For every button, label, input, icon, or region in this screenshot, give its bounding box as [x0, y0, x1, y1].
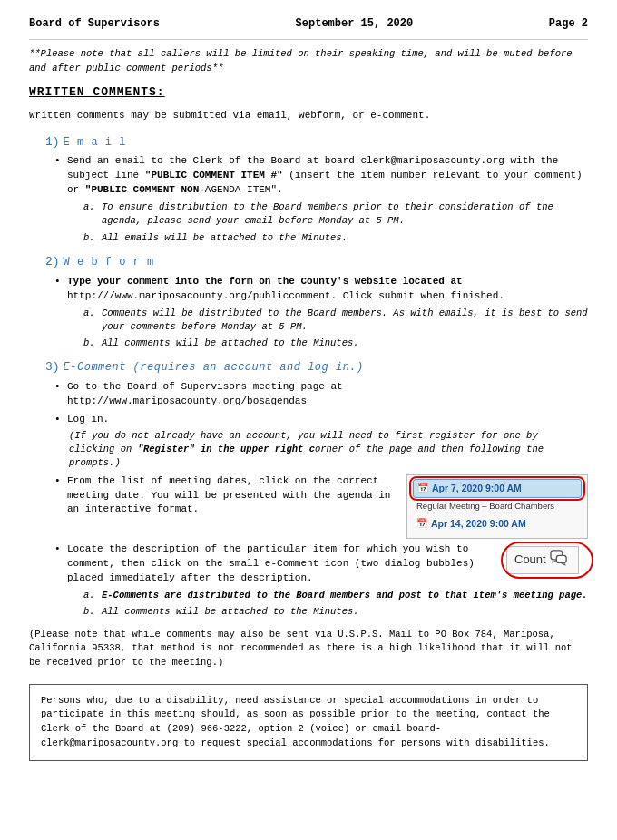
header-page: Page 2 [549, 16, 588, 32]
ecomment-bullet-2-text: Log in. [67, 414, 109, 425]
section-title: WRITTEN COMMENTS: [29, 84, 588, 102]
screenshot-row-1-wrapper: 📅 Apr 7, 2020 9:00 AM [413, 479, 582, 498]
ecomment-bullet-3: From the list of meeting dates, click on… [54, 474, 588, 539]
register-bold: "Register" in the upper right c [138, 444, 315, 454]
count-label: Count [514, 552, 546, 569]
ecomment-register-note: (If you do not already have an account, … [67, 429, 588, 471]
item-email-title: 1) E m a i l [45, 134, 588, 151]
meeting-dates-screenshot: 📅 Apr 7, 2020 9:00 AM Regular Meeting – … [406, 474, 588, 539]
screenshot-row-apr7: 📅 Apr 7, 2020 9:00 AM [413, 479, 582, 498]
item-ecomment: 3) E-Comment (requires an account and lo… [45, 359, 588, 619]
disclaimer-text: **Please note that all callers will be l… [29, 47, 588, 74]
cal-icon-apr7: 📅 [417, 482, 428, 495]
header-date: September 15, 2020 [296, 16, 414, 32]
email-sub-a: a. To ensure distribution to the Board m… [83, 200, 588, 228]
mail-note: (Please note that while comments may als… [29, 628, 588, 669]
svg-rect-1 [556, 555, 566, 562]
ecomment-bullets: Go to the Board of Supervisors meeting p… [45, 380, 588, 619]
ecomment-bullet-4-text: Locate the description of the particular… [67, 542, 497, 586]
page-header: Board of Supervisors September 15, 2020 … [29, 16, 588, 32]
apr14-date: Apr 14, 2020 9:00 AM [431, 517, 526, 531]
screenshot-row-apr14: 📅 Apr 14, 2020 9:00 AM [413, 515, 582, 532]
webform-bold-text: Type your comment into the form on the C… [67, 276, 463, 287]
ecomment-sub-a: a. E-Comments are distributed to the Boa… [83, 589, 588, 602]
ecomment-sub-b: b. All comments will be attached to the … [83, 605, 588, 619]
webform-bullet-1-text: Type your comment into the form on the C… [67, 276, 504, 301]
count-widget: Count [506, 546, 579, 574]
item-ecomment-title: 3) E-Comment (requires an account and lo… [45, 359, 588, 376]
ecomment-sub-a-text: E-Comments are distributed to the Board … [102, 590, 588, 601]
intro-text: Written comments may be submitted via em… [29, 109, 588, 123]
apr7-desc: Regular Meeting – Board Chambers [413, 500, 582, 513]
ecomment-bullet-4-content: Locate the description of the particular… [67, 542, 588, 586]
ecomment-bullet-3-text: From the list of meeting dates, click on… [67, 474, 397, 518]
ecomment-bullet-1: Go to the Board of Supervisors meeting p… [54, 380, 588, 409]
comment-bubble-icon [550, 550, 568, 571]
item-email-num: 1) [45, 134, 60, 151]
email-sub-list: a. To ensure distribution to the Board m… [67, 200, 588, 245]
ecomment-bullet-4: Locate the description of the particular… [54, 542, 588, 619]
email-subject-non-bold: "PUBLIC COMMENT NON- [85, 184, 205, 195]
item-ecomment-num: 3) [45, 359, 60, 376]
item-webform-num: 2) [45, 254, 60, 271]
ecomment-sub-a-label: a. [83, 589, 95, 602]
email-sub-b: b. All emails will be attached to the Mi… [83, 231, 588, 245]
ecomment-sub-b-label: b. [83, 605, 95, 619]
webform-sub-b-label: b. [83, 337, 95, 350]
webform-sub-a-label: a. [83, 307, 95, 320]
screenshot-container: 📅 Apr 7, 2020 9:00 AM Regular Meeting – … [406, 474, 588, 539]
disability-accommodation-box: Persons who, due to a disability, need a… [29, 684, 588, 761]
email-subject-bold: "PUBLIC COMMENT ITEM #" [145, 170, 283, 181]
cal-icon-apr14: 📅 [416, 517, 427, 531]
email-bullets: Send an email to the Clerk of the Board … [45, 154, 588, 244]
header-divider [29, 39, 588, 40]
webform-sub-list: a. Comments will be distributed to the B… [67, 307, 588, 351]
webform-bullet-1: Type your comment into the form on the C… [54, 275, 588, 351]
item-webform: 2) W e b f o r m Type your comment into … [45, 254, 588, 350]
item-webform-title: 2) W e b f o r m [45, 254, 588, 271]
apr7-date: Apr 7, 2020 9:00 AM [432, 482, 522, 495]
ecomment-bullet-2: Log in. (If you do not already have an a… [54, 413, 588, 471]
email-sub-a-label: a. [83, 200, 95, 214]
header-org: Board of Supervisors [29, 16, 160, 32]
item-ecomment-label: E-Comment (requires an account and log i… [64, 360, 364, 376]
email-bullet-1: Send an email to the Clerk of the Board … [54, 154, 588, 244]
item-email: 1) E m a i l Send an email to the Clerk … [45, 134, 588, 245]
ecomment-bullet-3-content: From the list of meeting dates, click on… [67, 474, 588, 539]
item-webform-label: W e b f o r m [64, 255, 154, 270]
ecomment-bullet-1-text: Go to the Board of Supervisors meeting p… [67, 381, 343, 406]
item-email-label: E m a i l [64, 135, 126, 151]
email-sub-b-label: b. [83, 231, 95, 245]
ecomment-sub-list: a. E-Comments are distributed to the Boa… [67, 589, 588, 619]
email-bullet-1-text: Send an email to the Clerk of the Board … [67, 155, 583, 195]
count-widget-wrapper: Count [506, 546, 588, 574]
webform-sub-b: b. All comments will be attached to the … [83, 337, 588, 350]
webform-bullets: Type your comment into the form on the C… [45, 275, 588, 351]
webform-sub-a: a. Comments will be distributed to the B… [83, 307, 588, 334]
